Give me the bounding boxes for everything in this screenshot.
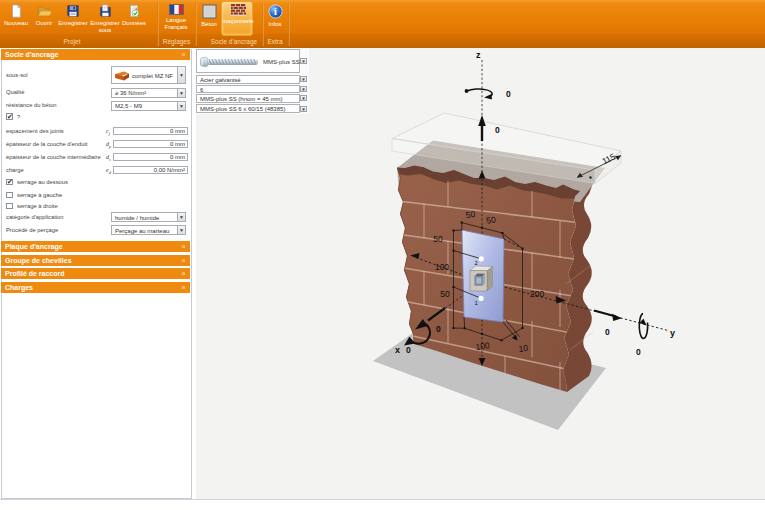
svg-text:0: 0 [495, 125, 500, 135]
svg-text:i: i [274, 6, 277, 17]
svg-text:100: 100 [435, 262, 449, 272]
svg-text:x: x [395, 345, 400, 355]
svg-text:0: 0 [436, 324, 441, 334]
svg-text:10: 10 [518, 343, 529, 354]
svg-text:50: 50 [440, 289, 450, 299]
svg-text:0: 0 [605, 327, 610, 337]
svg-text:0: 0 [506, 89, 511, 99]
svg-text:100: 100 [475, 340, 491, 352]
svg-text:50: 50 [433, 234, 443, 244]
svg-text:z: z [476, 50, 481, 60]
svg-text:0: 0 [636, 347, 641, 357]
svg-text:50: 50 [465, 209, 476, 220]
svg-text:0: 0 [406, 345, 411, 355]
svg-text:200: 200 [530, 289, 544, 299]
svg-text:y: y [670, 328, 675, 338]
svg-text:50: 50 [486, 214, 497, 225]
